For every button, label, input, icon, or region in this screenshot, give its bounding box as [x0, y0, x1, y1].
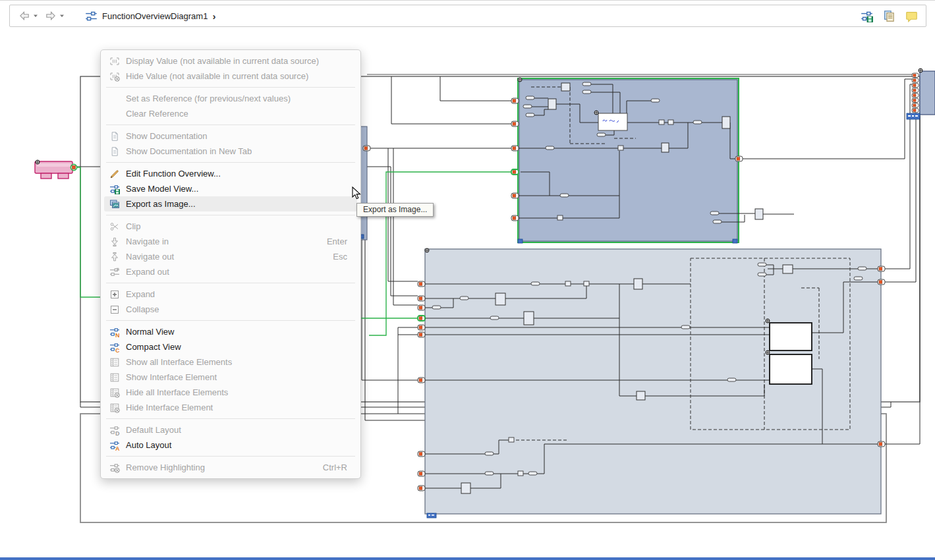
menu-item-show-documentation-in-new-tab: Show Documentation in New Tab — [101, 144, 360, 159]
model-view-icon — [85, 10, 98, 22]
window-bottom-edge — [0, 557, 935, 560]
save-model-view-icon — [109, 184, 120, 194]
svg-text:D: D — [115, 430, 120, 435]
menu-item-label: Save Model View... — [126, 184, 347, 194]
display-value-icon — [109, 56, 120, 67]
menu-item-shortcut: Enter — [327, 237, 347, 246]
back-button[interactable] — [18, 9, 31, 22]
selection-handle — [518, 239, 523, 243]
menu-item-label: Navigate out — [126, 252, 314, 262]
menu-item-default-layout: DDefault Layout — [101, 422, 360, 437]
pink-function-block[interactable] — [35, 160, 77, 179]
menu-separator — [106, 125, 355, 125]
menu-item-shortcut: Esc — [333, 252, 347, 262]
forward-history-dropdown-icon[interactable] — [59, 9, 65, 22]
block-ports[interactable] — [912, 73, 919, 113]
menu-separator — [106, 162, 355, 163]
menu-separator — [106, 418, 355, 419]
menu-item-label: Edit Function Overview... — [126, 169, 347, 179]
expand-icon — [109, 289, 120, 300]
no-icon — [109, 109, 120, 119]
anchor-icon — [425, 248, 429, 252]
documents-icon[interactable] — [883, 10, 895, 22]
edit-icon — [109, 169, 120, 179]
menu-item-normal-view[interactable]: NNormal View — [101, 324, 360, 339]
function-block-lower[interactable] — [418, 248, 885, 518]
navigate-in-icon — [109, 237, 120, 247]
anchor-icon — [919, 69, 922, 72]
menu-item-expand: Expand — [101, 287, 360, 302]
document-icon — [109, 146, 120, 157]
menu-item-label: Hide Value (not available in current dat… — [126, 71, 347, 81]
anchor-icon — [36, 160, 40, 164]
back-history-dropdown-icon[interactable] — [32, 9, 39, 22]
menu-item-expand-out: Expand out — [101, 264, 360, 279]
menu-item-shortcut: Ctrl+R — [323, 462, 347, 472]
export-image-icon — [109, 199, 120, 210]
menu-separator — [106, 456, 355, 457]
menu-item-show-all-interface-elements: Show all Interface Elements — [101, 354, 360, 370]
port[interactable] — [363, 146, 370, 151]
navigate-out-icon — [109, 252, 120, 262]
menu-item-edit-function-overview[interactable]: Edit Function Overview... — [101, 166, 360, 181]
menu-item-label: Auto Layout — [126, 440, 347, 450]
menu-separator — [106, 87, 355, 88]
menu-item-label: Compact View — [126, 342, 347, 352]
menu-item-auto-layout[interactable]: AAuto Layout — [101, 437, 360, 453]
block-label-chip — [907, 113, 920, 119]
mouse-cursor-icon — [352, 186, 361, 200]
comment-icon[interactable] — [905, 10, 918, 22]
menu-item-label: Export as Image... — [126, 199, 347, 209]
hide-value-icon — [109, 71, 120, 82]
menu-item-export-as-image[interactable]: Export as Image... — [104, 196, 357, 211]
menu-item-label: Display Value (not available in current … — [126, 56, 347, 66]
breadcrumb-chevron-icon[interactable]: › — [212, 11, 215, 21]
save-model-view-icon[interactable] — [861, 10, 873, 22]
document-icon — [109, 131, 120, 142]
menu-item-label: Expand out — [126, 267, 347, 277]
menu-item-hide-value-not-available-in-current-data-s: Hide Value (not available in current dat… — [101, 69, 360, 84]
menu-item-compact-view[interactable]: CCompact View — [101, 339, 360, 354]
forward-button[interactable] — [44, 9, 57, 22]
menu-item-save-model-view[interactable]: Save Model View... — [101, 181, 360, 196]
tooltip: Export as Image... — [356, 203, 434, 217]
normal-view-icon: N — [109, 327, 120, 337]
menu-item-navigate-in: Navigate inEnter — [101, 234, 360, 249]
menu-item-label: Remove Highlighting — [126, 462, 304, 472]
menu-item-navigate-out: Navigate outEsc — [101, 249, 360, 264]
svg-text:A: A — [115, 445, 120, 451]
menu-item-label: Show all Interface Elements — [126, 357, 347, 367]
function-block-top-right[interactable] — [511, 78, 794, 243]
menu-item-label: Clip — [126, 221, 347, 231]
remove-highlighting-icon — [109, 462, 120, 473]
menu-item-clear-reference: Clear Reference — [101, 106, 360, 121]
menu-item-label: Collapse — [126, 304, 347, 314]
breadcrumb: FunctionOverviewDiagram1 › — [85, 10, 215, 22]
menu-item-remove-highlighting: Remove HighlightingCtrl+R — [101, 460, 360, 475]
menu-item-label: Default Layout — [126, 425, 347, 435]
pink-block-output-port[interactable] — [71, 164, 76, 170]
menu-item-label: Show Documentation in New Tab — [126, 146, 347, 156]
menu-separator — [106, 320, 355, 321]
menu-item-label: Navigate in — [126, 237, 308, 246]
menu-item-collapse: Collapse — [101, 302, 360, 317]
menu-item-label: Hide all Interface Elements — [126, 387, 347, 397]
menu-item-show-interface-element: Show Interface Element — [101, 370, 360, 385]
hide-interface-icon — [109, 403, 120, 413]
svg-text:N: N — [115, 331, 120, 337]
expand-out-icon — [109, 267, 120, 277]
header-actions — [861, 10, 918, 22]
show-interface-icon — [109, 372, 120, 383]
menu-item-label: Hide Interface Element — [126, 403, 347, 412]
header: FunctionOverviewDiagram1 › — [0, 0, 935, 28]
context-menu: Display Value (not available in current … — [100, 49, 361, 479]
menu-item-label: Show Interface Element — [126, 372, 347, 382]
menu-item-hide-all-interface-elements: Hide all Interface Elements — [101, 385, 360, 400]
show-all-interface-icon — [109, 357, 120, 368]
menu-item-label: Expand — [126, 289, 347, 299]
default-layout-icon: D — [109, 425, 120, 435]
selection-handle — [733, 239, 737, 243]
svg-text:C: C — [115, 347, 120, 352]
menu-item-set-as-reference-for-previous-next-values: Set as Reference (for previous/next valu… — [101, 91, 360, 106]
page-title[interactable]: FunctionOverviewDiagram1 — [102, 11, 208, 21]
